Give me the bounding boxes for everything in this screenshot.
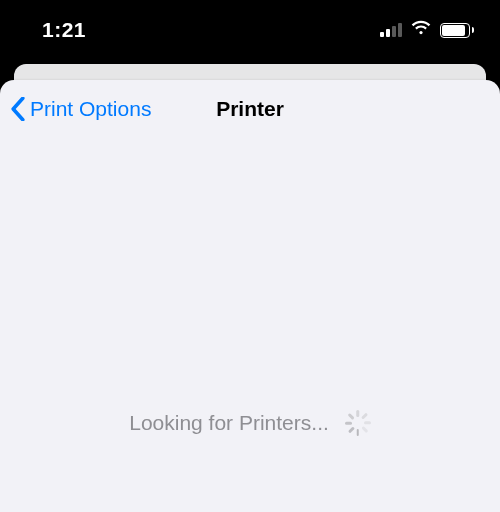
searching-label: Looking for Printers...	[129, 411, 329, 435]
spinner-icon	[345, 410, 371, 436]
modal-sheet: Print Options Printer Looking for Printe…	[0, 80, 500, 512]
status-icons	[380, 20, 475, 40]
status-time: 1:21	[42, 18, 86, 42]
searching-row: Looking for Printers...	[0, 410, 500, 436]
cellular-icon	[380, 23, 402, 37]
status-bar: 1:21	[0, 0, 500, 56]
nav-bar: Print Options Printer	[0, 80, 500, 138]
back-label: Print Options	[30, 97, 151, 121]
chevron-left-icon	[10, 97, 26, 121]
page-title: Printer	[216, 97, 284, 121]
back-button[interactable]: Print Options	[10, 97, 151, 121]
device-frame: 1:21 Print	[0, 0, 500, 512]
wifi-icon	[410, 20, 432, 40]
battery-icon	[440, 23, 475, 38]
content-area: Looking for Printers...	[0, 138, 500, 512]
